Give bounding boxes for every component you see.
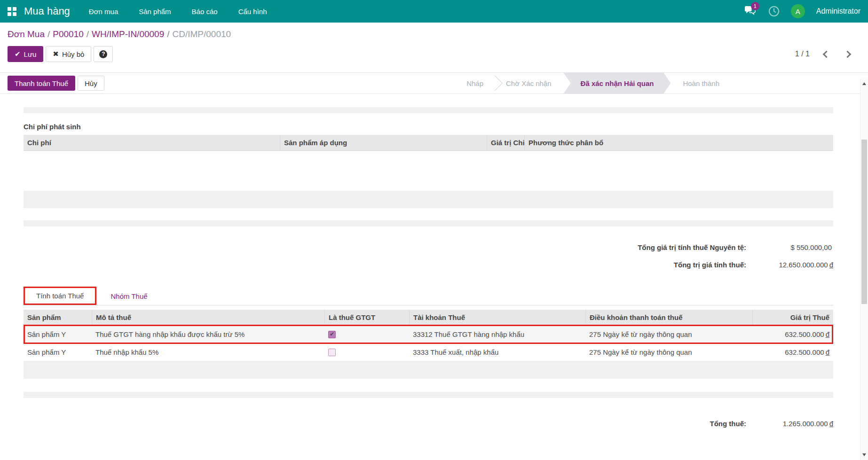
breadcrumb-current: CD/IMP/00010 xyxy=(173,29,231,39)
dong-symbol: đ xyxy=(829,261,833,269)
tab-nhom-thue[interactable]: Nhóm Thuế xyxy=(98,288,159,305)
empty-row xyxy=(24,361,833,379)
cell-description: Thuế GTGT hàng nhập khẩu được khấu trừ 5… xyxy=(92,326,324,343)
pager-previous-icon[interactable] xyxy=(823,50,830,58)
navbar-systray: 1 A Administrator xyxy=(744,4,860,18)
message-count-badge: 1 xyxy=(751,2,759,10)
times-icon: ✖ xyxy=(53,50,59,58)
empty-row xyxy=(24,208,833,220)
state-cho-xac-nhan[interactable]: Chờ Xác nhận xyxy=(494,73,564,94)
total-value: $ 550.000,00 xyxy=(746,243,833,251)
discard-button[interactable]: ✖ Hủy bỏ xyxy=(46,46,91,62)
column-header-san-pham-ap-dung[interactable]: Sản phẩm áp dụng xyxy=(280,135,487,150)
cell-product: Sản phẩm Y xyxy=(24,326,92,343)
column-header-san-pham[interactable]: Sản phẩm xyxy=(24,310,92,325)
total-label: Tổng giá trị tính thuế Nguyên tệ: xyxy=(638,243,746,251)
tab-tinh-toan-thue[interactable]: Tính toán Thuế xyxy=(24,287,96,305)
apps-grid-icon[interactable] xyxy=(8,7,16,16)
column-header-gia-tri-chi-phi[interactable]: Giá trị Chi phí... xyxy=(487,135,524,150)
menu-don-mua[interactable]: Đơn mua xyxy=(89,8,118,16)
breadcrumb-wh-imp-in[interactable]: WH/IMP-IN/00009 xyxy=(92,29,164,39)
total-line: Tổng trị giá tính thuế: 12.650.000.000đ xyxy=(24,261,833,269)
breadcrumb-don-mua[interactable]: Đơn Mua xyxy=(8,29,45,39)
breadcrumb-separator: / xyxy=(164,29,172,39)
cell-payment-term: 275 Ngày kể từ ngày thông quan xyxy=(585,343,752,361)
tax-table-header: Sản phẩm Mô tả thuế Là thuế GTGT Tài kho… xyxy=(24,310,833,326)
cell-account: 33312 Thuế GTGT hàng nhập khẩu xyxy=(409,326,585,343)
statusbar: Nháp Chờ Xác nhận Đã xác nhận Hải quan H… xyxy=(454,73,732,94)
total-label: Tổng trị giá tính thuế: xyxy=(674,261,746,269)
tax-base-totals: Tổng giá trị tính thuế Nguyên tệ: $ 550.… xyxy=(24,243,833,269)
pay-tax-button[interactable]: Thanh toán Thuế xyxy=(8,76,75,91)
total-value: 12.650.000.000đ xyxy=(746,261,833,269)
breadcrumb-separator: / xyxy=(84,29,92,39)
form-sheet: Chi phí phát sinh Chi phí Sản phẩm áp dụ… xyxy=(0,107,868,428)
cell-is-vat xyxy=(324,326,409,343)
messages-icon[interactable]: 1 xyxy=(744,6,757,17)
status-row: Thanh toán Thuế Hủy Nháp Chờ Xác nhận Đã… xyxy=(0,72,868,94)
total-line: Tổng giá trị tính thuế Nguyên tệ: $ 550.… xyxy=(24,243,833,251)
dong-symbol: đ xyxy=(829,420,833,428)
main-menu: Đơn mua Sản phẩm Báo cáo Cấu hình xyxy=(89,8,267,16)
cell-amount: 632.500.000đ xyxy=(752,326,833,343)
question-icon: ? xyxy=(99,50,107,58)
state-da-xac-nhan-hai-quan[interactable]: Đã xác nhận Hải quan xyxy=(564,73,671,94)
save-button[interactable]: ✔ Lưu xyxy=(8,46,43,62)
empty-row xyxy=(24,220,833,226)
column-header-dieu-khoan-thanh-toan[interactable]: Điều khoản thanh toán thuế xyxy=(585,310,752,325)
menu-bao-cao[interactable]: Báo cáo xyxy=(192,8,218,16)
grand-total-value: 1.265.000.000đ xyxy=(746,420,833,428)
control-panel-buttons: ✔ Lưu ✖ Hủy bỏ ? 1 / 1 xyxy=(8,46,860,62)
empty-row xyxy=(24,191,833,208)
cell-payment-term: 275 Ngày kể từ ngày thông quan xyxy=(585,326,752,343)
expenses-section-title: Chi phí phát sinh xyxy=(24,123,833,131)
pager-value: 1 / 1 xyxy=(795,50,810,58)
cell-description: Thuế nhập khẩu 5% xyxy=(92,343,324,361)
help-button[interactable]: ? xyxy=(94,46,113,62)
check-icon: ✔ xyxy=(15,50,21,58)
expenses-empty-area xyxy=(24,151,833,191)
cancel-button-label: Hủy xyxy=(85,79,97,87)
expenses-table-header: Chi phí Sản phẩm áp dụng Giá trị Chi phí… xyxy=(24,135,833,151)
menu-cau-hinh[interactable]: Cấu hình xyxy=(238,8,267,16)
control-panel: Đơn Mua/P00010/WH/IMP-IN/00009/CD/IMP/00… xyxy=(0,23,868,62)
column-header-chi-phi[interactable]: Chi phí xyxy=(24,135,280,150)
cell-is-vat xyxy=(324,343,409,361)
state-hoan-thanh[interactable]: Hoàn thành xyxy=(671,73,732,94)
dong-symbol: đ xyxy=(826,330,829,338)
notebook-tabs: Tính toán Thuế Nhóm Thuế xyxy=(24,285,833,305)
menu-san-pham[interactable]: Sản phẩm xyxy=(139,8,171,16)
user-avatar[interactable]: A xyxy=(791,4,805,18)
grand-total-line: Tổng thuế: 1.265.000.000đ xyxy=(24,420,833,428)
top-navbar: Mua hàng Đơn mua Sản phẩm Báo cáo Cấu hì… xyxy=(0,0,868,23)
breadcrumb-p00010[interactable]: P00010 xyxy=(53,29,84,39)
column-header-phuong-thuc-phan-bo[interactable]: Phương thức phân bổ xyxy=(524,135,833,150)
dong-symbol: đ xyxy=(826,348,829,356)
scrolled-table-edge xyxy=(24,107,833,113)
scroll-up-icon[interactable] xyxy=(862,82,866,85)
scrollbar-thumb[interactable] xyxy=(861,140,867,304)
breadcrumb-separator: / xyxy=(45,29,53,39)
scroll-down-icon[interactable] xyxy=(862,453,866,456)
column-header-gia-tri-thue[interactable]: Giá trị Thuế xyxy=(752,310,833,325)
tax-table-row[interactable]: Sản phẩm Y Thuế GTGT hàng nhập khẩu được… xyxy=(24,326,833,343)
activity-clock-icon[interactable] xyxy=(768,6,780,17)
vertical-scrollbar[interactable] xyxy=(860,78,868,460)
cell-product: Sản phẩm Y xyxy=(24,343,92,361)
cell-amount: 632.500.000đ xyxy=(752,343,833,361)
save-button-label: Lưu xyxy=(24,50,37,58)
column-header-tai-khoan-thue[interactable]: Tài khoản Thuế xyxy=(409,310,585,325)
tax-table-row[interactable]: Sản phẩm Y Thuế nhập khẩu 5% 3333 Thuế x… xyxy=(24,343,833,361)
user-name[interactable]: Administrator xyxy=(816,7,860,16)
cell-account: 3333 Thuế xuất, nhập khẩu xyxy=(409,343,585,361)
column-header-la-thue-gtgt[interactable]: Là thuế GTGT xyxy=(324,310,409,325)
breadcrumb: Đơn Mua/P00010/WH/IMP-IN/00009/CD/IMP/00… xyxy=(8,29,860,39)
app-name[interactable]: Mua hàng xyxy=(24,5,70,17)
pay-tax-button-label: Thanh toán Thuế xyxy=(15,79,68,87)
column-header-mo-ta-thue[interactable]: Mô tả thuế xyxy=(92,310,324,325)
pager-next-icon[interactable] xyxy=(844,50,852,58)
vat-checkbox[interactable] xyxy=(328,349,336,356)
cancel-button[interactable]: Hủy xyxy=(78,76,104,91)
empty-row xyxy=(24,379,833,392)
vat-checkbox[interactable] xyxy=(328,331,336,338)
